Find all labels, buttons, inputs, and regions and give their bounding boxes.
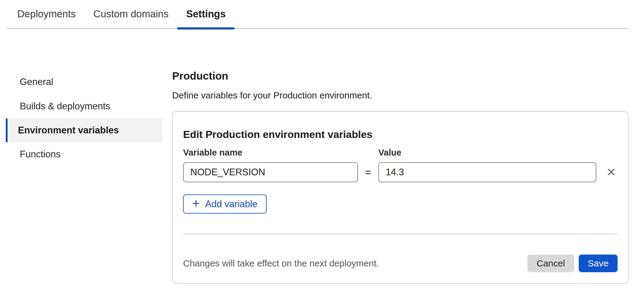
sidebar-item-general[interactable]: General — [6, 70, 162, 94]
tab-list: Deployments Custom domains Settings — [7, 0, 629, 28]
close-icon: ✕ — [606, 166, 616, 179]
card-footer: Changes will take effect on the next dep… — [183, 255, 618, 283]
settings-sidebar: General Builds & deployments Environment… — [6, 70, 162, 166]
remove-wrap: ✕ — [605, 162, 618, 182]
sidebar-item-builds-deployments[interactable]: Builds & deployments — [6, 94, 162, 118]
divider — [183, 234, 618, 235]
sidebar-item-functions[interactable]: Functions — [6, 142, 162, 166]
page-description: Define variables for your Production env… — [172, 89, 629, 101]
tab-settings[interactable]: Settings — [177, 0, 234, 28]
variable-value-field: Value — [378, 148, 596, 182]
equals-sign: = — [365, 166, 371, 178]
plus-icon: + — [192, 197, 200, 210]
page-title: Production — [172, 70, 629, 82]
variable-name-field: Variable name — [183, 148, 358, 182]
tab-bar: Deployments Custom domains Settings — [7, 0, 629, 29]
main-content: Production Define variables for your Pro… — [172, 70, 629, 284]
project-settings-page: Deployments Custom domains Settings Gene… — [0, 0, 644, 288]
variable-value-input[interactable] — [378, 162, 596, 182]
tab-custom-domains[interactable]: Custom domains — [85, 0, 178, 28]
equals-wrap: = — [358, 162, 378, 182]
value-label: Value — [378, 148, 596, 158]
add-variable-label: Add variable — [205, 199, 257, 210]
variable-name-input[interactable] — [183, 162, 358, 182]
sidebar-item-environment-variables[interactable]: Environment variables — [6, 118, 162, 142]
add-variable-button[interactable]: + Add variable — [183, 194, 267, 214]
footer-actions: Cancel Save — [527, 255, 618, 272]
footer-note: Changes will take effect on the next dep… — [183, 258, 379, 269]
remove-variable-button[interactable]: ✕ — [605, 165, 617, 179]
env-vars-card: Edit Production environment variables Va… — [172, 111, 629, 284]
variable-name-label: Variable name — [183, 148, 358, 158]
tab-deployments[interactable]: Deployments — [9, 0, 85, 28]
variable-row: Variable name = Value ✕ — [183, 148, 618, 182]
cancel-button[interactable]: Cancel — [527, 255, 574, 272]
save-button[interactable]: Save — [579, 255, 618, 272]
card-title: Edit Production environment variables — [183, 112, 618, 141]
